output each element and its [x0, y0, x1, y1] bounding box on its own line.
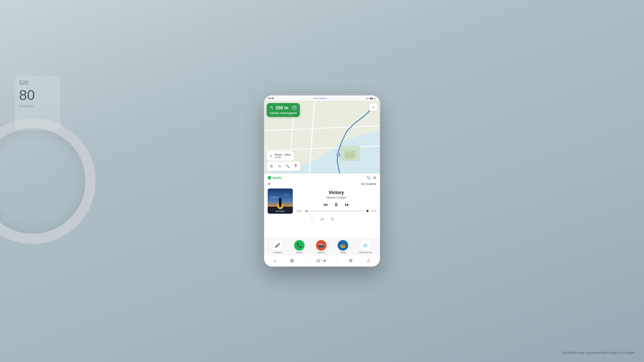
signal-bars-icon: ▮▮▮: [370, 97, 373, 100]
status-time: 10:34: [268, 97, 274, 100]
album-art: VICTORY: [268, 189, 293, 214]
music-player: VICTORY Victory Steven Cooper ⏮ ⏸ ⏭ 0:08: [264, 187, 380, 215]
dock-item-camera[interactable]: 📷 Camera: [316, 240, 327, 254]
album-art-svg: [268, 189, 293, 214]
navigation-card[interactable]: ↰ 200 m 🔊 Västra Hamngatan: [267, 103, 300, 117]
track-artist: Steven Cooper: [326, 196, 346, 199]
temperature-display: 22 ° ❄: [316, 259, 326, 263]
dock-item-radio[interactable]: 📻 Radio: [338, 240, 348, 254]
spotify-dot-icon: ♫: [268, 176, 271, 179]
spotify-logo: ♫ Spotify: [268, 176, 282, 179]
assistant-icon: 🎤: [272, 240, 283, 251]
pause-button[interactable]: ⏸: [334, 202, 339, 208]
map-toolbar: ⚙ ⇆ 🔍 📍: [267, 161, 300, 171]
dock-item-assistant[interactable]: 🎤 Assistant: [272, 240, 283, 254]
fog-label: Remove fog: [359, 251, 372, 254]
next-track-button[interactable]: ⏭: [345, 202, 349, 207]
range-display: 520: [19, 79, 56, 86]
signal-icon: 4G: [366, 97, 369, 100]
map-section[interactable]: ↰ 200 m 🔊 Västra Hamngatan ⤢ ✕ 24min · 1…: [264, 101, 380, 173]
svg-point-11: [338, 154, 339, 155]
progress-dot: [367, 210, 369, 212]
apps-nav-button[interactable]: ⊞: [288, 257, 296, 264]
total-time: 3:45: [369, 210, 376, 212]
spotify-section: ♫ Spotify 🔍 ⚙ ∨ Go to queue: [264, 173, 380, 238]
status-icons: 4G ▮▮▮ ▲: [366, 97, 376, 100]
trip-eta: 10:58: [274, 156, 291, 159]
radio-icon: 📻: [340, 243, 345, 248]
trip-duration: 24min · 15km: [274, 153, 291, 156]
status-bar: 10:34 Anna Svensson 4G ▮▮▮ ▲: [264, 96, 380, 101]
progress-row: 0:08 3:45: [296, 210, 376, 212]
progress-bar[interactable]: [305, 211, 367, 211]
camera-label: Camera: [317, 251, 325, 254]
temp-next-button[interactable]: ›: [336, 259, 337, 262]
bottom-nav-bar: ⌂ ⊞ ‹ 22 ° ❄ › ⚙ ⚠: [264, 255, 380, 266]
spotify-header: ♫ Spotify 🔍 ⚙: [264, 174, 380, 181]
expand-map-button[interactable]: ⤢: [369, 103, 377, 111]
like-button[interactable]: ♡: [310, 217, 313, 221]
repeat-button[interactable]: ↻: [331, 217, 334, 221]
album-art-text: VICTORY: [275, 210, 285, 212]
svg-rect-8: [345, 151, 355, 158]
speed-display: 80: [19, 88, 56, 102]
spotify-label: Spotify: [272, 176, 282, 179]
fog-icon-circle: 💨: [360, 240, 371, 251]
temp-prev-button[interactable]: ‹: [306, 259, 307, 262]
spotify-controls-bar: ∨ Go to queue: [264, 181, 380, 187]
map-route-button[interactable]: ⇆: [276, 162, 283, 170]
mic-icon: 🎤: [275, 243, 280, 248]
prev-track-button[interactable]: ⏮: [323, 202, 328, 207]
fog-icon: 💨: [363, 243, 368, 248]
track-info: Victory Steven Cooper ⏮ ⏸ ⏭ 0:08: [296, 190, 376, 212]
nav-distance: 200 m: [275, 105, 288, 111]
battery-display: % battery: [19, 104, 56, 108]
map-settings-button[interactable]: ⚙: [268, 162, 275, 170]
progress-fill: [305, 211, 308, 211]
phone-icon-circle: 📞: [294, 240, 305, 251]
trip-close-button[interactable]: ✕: [270, 154, 272, 158]
fan-icon: ❄: [323, 259, 326, 263]
bottom-dock: 🎤 Assistant 📞 Phone 📷 Camera 📻 Radio 💨: [264, 238, 380, 255]
settings-nav-button[interactable]: ⚙: [347, 257, 355, 264]
radio-icon-circle: 📻: [338, 240, 348, 251]
go-to-queue-button[interactable]: Go to queue: [361, 182, 376, 185]
playback-controls: ⏮ ⏸ ⏭: [323, 202, 349, 208]
secondary-controls: ♡ ⇄ ↻: [264, 215, 380, 223]
collapse-button[interactable]: ∨: [268, 181, 271, 186]
spotify-search-icon[interactable]: 🔍: [366, 176, 371, 180]
svg-rect-15: [279, 200, 281, 207]
spotify-settings-icon[interactable]: ⚙: [373, 176, 376, 180]
nav-sound-icon[interactable]: 🔊: [292, 105, 297, 110]
radio-label: Radio: [340, 251, 346, 254]
turn-arrow-icon: ↰: [270, 105, 273, 111]
alert-nav-button[interactable]: ⚠: [365, 257, 373, 264]
trip-info-card: ✕ 24min · 15km 10:58: [267, 151, 294, 161]
infotainment-tablet: 10:34 Anna Svensson 4G ▮▮▮ ▲: [264, 96, 380, 266]
phone-label: Phone: [296, 251, 303, 254]
svg-point-16: [279, 198, 281, 200]
camera-icon-circle: 📷: [316, 240, 327, 251]
current-time: 0:08: [296, 210, 303, 212]
home-nav-button[interactable]: ⌂: [271, 257, 278, 264]
instrument-cluster: 520 80 % battery: [15, 75, 60, 131]
status-user: Anna Svensson: [313, 97, 327, 100]
map-pin-button[interactable]: 📍: [292, 162, 299, 170]
nav-street-name: Västra Hamngatan: [270, 111, 297, 115]
wifi-icon: ▲: [374, 97, 376, 100]
assistant-label: Assistant: [273, 251, 282, 254]
phone-icon: 📞: [297, 243, 302, 248]
dock-item-fog[interactable]: 💨 Remove fog: [359, 240, 372, 254]
spotify-header-icons: 🔍 ⚙: [366, 176, 376, 180]
svg-point-17: [270, 196, 278, 199]
temp-value: 22 °: [316, 259, 322, 263]
dock-item-phone[interactable]: 📞 Phone: [294, 240, 305, 254]
camera-icon: 📷: [318, 243, 324, 248]
map-search-button[interactable]: 🔍: [284, 162, 291, 170]
svg-point-18: [284, 194, 290, 196]
disclaimer-text: Illustrations are conceptual and subject…: [562, 351, 634, 354]
track-title: Victory: [329, 190, 344, 195]
shuffle-button[interactable]: ⇄: [320, 217, 324, 221]
